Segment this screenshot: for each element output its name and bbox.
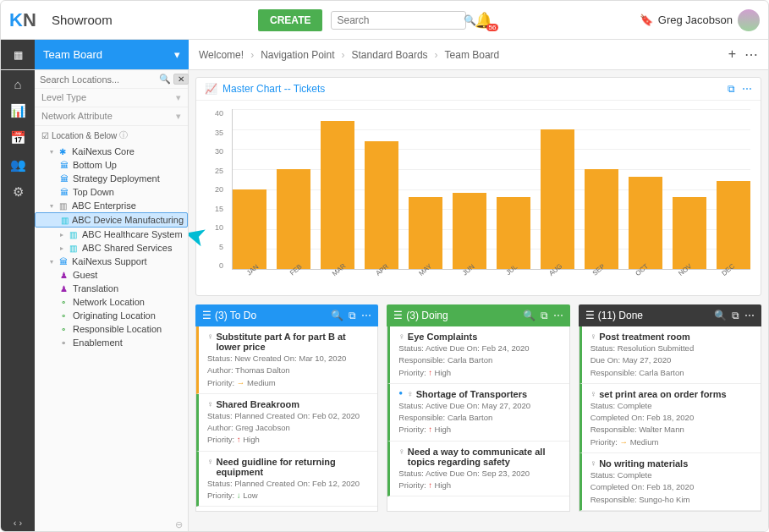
chart-bar[interactable] xyxy=(277,169,310,269)
chart-title: Master Chart -- Tickets xyxy=(222,83,325,95)
copy-icon[interactable]: ⧉ xyxy=(541,310,548,321)
chart-bar[interactable] xyxy=(365,141,398,269)
chart-bar[interactable] xyxy=(321,121,354,269)
clear-button[interactable]: ✕ xyxy=(173,74,189,85)
crumb[interactable]: Navigation Point xyxy=(261,49,334,61)
nav-gear-icon[interactable]: ⚙ xyxy=(13,184,24,200)
card[interactable]: ♀Eye ComplaintsStatus: Active Due On: Fe… xyxy=(387,326,569,384)
tree-item[interactable]: ⚬Network Location xyxy=(35,295,188,309)
tree-item[interactable]: ▾✱KaiNexus Core xyxy=(35,145,188,158)
list-icon: ☰ xyxy=(202,310,211,321)
tree-item-selected[interactable]: ▥ABC Device Manufacturing xyxy=(35,212,188,228)
tree-item[interactable]: ▸▥ABC Shared Services xyxy=(35,241,188,255)
search-icon[interactable]: 🔍 xyxy=(331,310,343,321)
sidebar-footer-icon[interactable]: ⊖ xyxy=(35,517,188,532)
chart-bar[interactable] xyxy=(541,129,574,269)
nav-home-icon[interactable]: ⌂ xyxy=(14,77,21,91)
list-icon: ☰ xyxy=(393,310,403,321)
more-icon[interactable]: ⋯ xyxy=(361,310,371,321)
chart-bar[interactable] xyxy=(673,197,706,269)
card[interactable]: ♀Substitute part A for part B at lower p… xyxy=(196,326,377,394)
chart-panel: 📈 Master Chart -- Tickets ⧉⋯ 40353025201… xyxy=(195,77,761,296)
notif-badge: 56 xyxy=(486,24,499,31)
copy-icon[interactable]: ⧉ xyxy=(349,310,356,321)
grid-icon[interactable]: ▦ xyxy=(1,40,35,69)
avatar[interactable] xyxy=(738,9,760,31)
topbar: KN Showroom CREATE 🔍 ↺ 🔔56 🔖 Greg Jacobs… xyxy=(1,1,768,40)
network-attr-filter[interactable]: Network Attribute▾ xyxy=(35,107,188,126)
chart-bar[interactable] xyxy=(585,169,618,269)
board-header[interactable]: ☰ (3) Doing 🔍⧉⋯ xyxy=(387,304,569,326)
location-tree: ▾✱KaiNexus Core 🏛Bottom Up 🏛Strategy Dep… xyxy=(35,145,188,517)
tree-item[interactable]: 🏛Strategy Deployment xyxy=(35,172,188,185)
board-header[interactable]: ☰ (3) To Do 🔍⧉⋯ xyxy=(195,304,378,326)
level-type-filter[interactable]: Level Type▾ xyxy=(35,89,188,107)
crumb[interactable]: Standard Boards xyxy=(352,49,428,61)
card[interactable]: ●♀Shortage of TransportersStatus: Active… xyxy=(387,384,569,442)
search-icon[interactable]: 🔍 xyxy=(159,74,171,85)
card[interactable]: ♀Post treatment roomStatus: Resolution S… xyxy=(579,326,761,384)
board-done: ☰ (11) Done 🔍⧉⋯ ♀Post treatment roomStat… xyxy=(579,304,761,512)
add-icon[interactable]: + xyxy=(728,47,736,63)
search-icon[interactable]: 🔍 xyxy=(523,310,536,321)
tree-item[interactable]: ⚬Originating Location xyxy=(35,309,188,322)
card[interactable]: ♀Need guidline for returning equipmentSt… xyxy=(196,452,377,507)
list-icon: ☰ xyxy=(585,310,595,321)
tree-item[interactable]: ⚬Responsible Location xyxy=(35,322,188,336)
tree-item[interactable]: ⚬Enablement xyxy=(35,336,188,349)
location-below-toggle[interactable]: ☑Location & Belowⓘ xyxy=(35,126,188,145)
tree-item[interactable]: 🏛Bottom Up xyxy=(35,158,188,172)
crumb[interactable]: Team Board xyxy=(445,49,500,61)
create-button[interactable]: CREATE xyxy=(258,9,322,31)
nav-people-icon[interactable]: 👥 xyxy=(10,157,26,173)
copy-icon[interactable]: ⧉ xyxy=(728,83,735,95)
chart-icon: 📈 xyxy=(205,83,217,95)
location-search-input[interactable] xyxy=(40,74,157,85)
tree-item[interactable]: ▸▥ABC Healthcare System xyxy=(35,228,188,241)
tree-item[interactable]: ▾▥ABC Enterprise xyxy=(35,199,188,212)
tree-item[interactable]: ▾🏛KaiNexus Support xyxy=(35,255,188,268)
chart-bar[interactable] xyxy=(629,177,662,269)
user-name: Greg Jacobson xyxy=(658,14,733,26)
nav-calendar-icon[interactable]: 📅 xyxy=(10,130,26,145)
bookmark-icon[interactable]: 🔖 xyxy=(640,14,653,26)
chart-bar[interactable] xyxy=(717,181,750,269)
nav-collapse-icon[interactable]: ‹ › xyxy=(14,518,22,528)
global-search[interactable]: 🔍 ↺ xyxy=(331,11,466,30)
card[interactable]: ♀Shared BreakroomStatus: Planned Created… xyxy=(196,394,377,452)
crumb[interactable]: Welcome! xyxy=(199,49,244,61)
notifications-button[interactable]: 🔔56 xyxy=(475,11,493,30)
board-selector-label: Team Board xyxy=(43,48,102,61)
subheader: ▦ Team Board ▾ Welcome!› Navigation Poin… xyxy=(1,40,768,70)
search-icon[interactable]: 🔍 xyxy=(714,310,727,321)
card[interactable]: ♀Need a way to communicate all topics re… xyxy=(387,442,569,497)
tree-item[interactable]: ♟Translation xyxy=(35,282,188,295)
board-doing: ☰ (3) Doing 🔍⧉⋯ ♀Eye ComplaintsStatus: A… xyxy=(387,304,569,512)
board-selector[interactable]: Team Board ▾ xyxy=(35,40,189,69)
board-header[interactable]: ☰ (11) Done 🔍⧉⋯ xyxy=(579,304,761,326)
more-icon[interactable]: ⋯ xyxy=(744,47,758,63)
card[interactable]: ♀No writing materialsStatus: CompleteCom… xyxy=(579,453,761,511)
chart-xaxis: JANFEBMARAPRMAYJUNJULAUGSEPOCTNOVDEC xyxy=(232,282,750,290)
chevron-down-icon: ▾ xyxy=(174,48,180,61)
search-input[interactable] xyxy=(337,14,464,26)
user-menu[interactable]: 🔖 Greg Jacobson xyxy=(640,9,760,31)
location-sidebar: 🔍 ✕ ⌄ Level Type▾ Network Attribute▾ ☑Lo… xyxy=(35,70,189,532)
tree-item[interactable]: 🏛Top Down xyxy=(35,185,188,199)
board-title: (3) Doing xyxy=(406,310,448,321)
card[interactable]: ♀set print area on order formsStatus: Co… xyxy=(579,384,761,453)
board-title: (11) Done xyxy=(598,310,643,321)
more-icon[interactable]: ⋯ xyxy=(744,310,755,321)
tree-item[interactable]: ♟Guest xyxy=(35,268,188,282)
kanban-boards: ☰ (3) To Do 🔍⧉⋯ ♀Substitute part A for p… xyxy=(195,304,761,512)
location-search[interactable]: 🔍 ✕ ⌄ xyxy=(35,70,188,89)
more-icon[interactable]: ⋯ xyxy=(553,310,563,321)
more-icon[interactable]: ⋯ xyxy=(742,83,752,95)
left-nav: ⌂ 📊 📅 👥 ⚙ ‹ › xyxy=(1,70,35,532)
breadcrumb: Welcome!› Navigation Point› Standard Boa… xyxy=(189,40,768,69)
copy-icon[interactable]: ⧉ xyxy=(732,310,739,321)
chart-bars xyxy=(232,109,750,270)
logo: KN xyxy=(9,9,43,31)
chart-yaxis: 4035302520151050 xyxy=(203,109,223,270)
nav-chart-icon[interactable]: 📊 xyxy=(10,103,26,118)
